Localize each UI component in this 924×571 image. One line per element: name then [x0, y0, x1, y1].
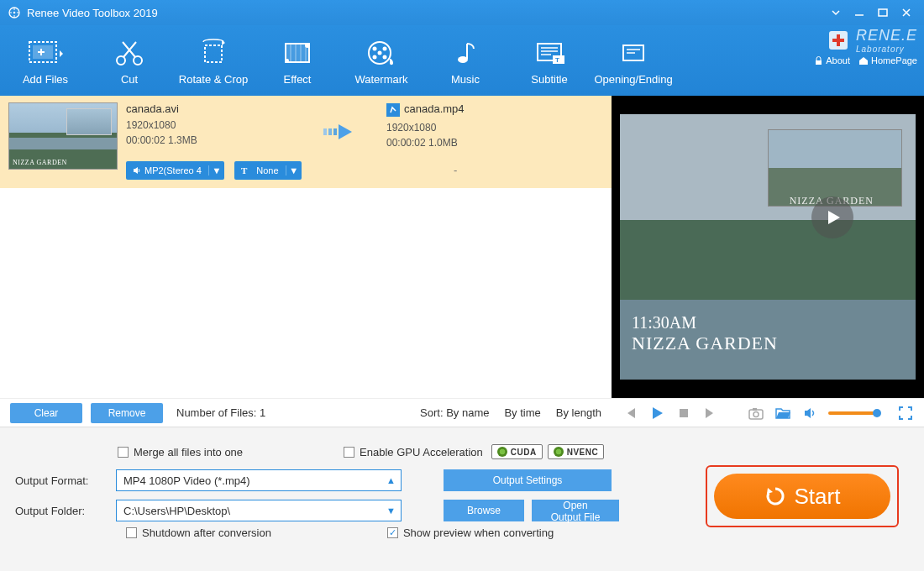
nvidia-icon [497, 447, 507, 457]
show-preview-checkbox[interactable]: Show preview when converting [387, 526, 554, 539]
sort-by-time[interactable]: By time [504, 406, 540, 419]
text-icon: T [241, 165, 247, 175]
svg-text:T: T [555, 56, 559, 64]
file-row[interactable]: NIZZA GARDEN canada.avi 1920x1080 00:00:… [0, 96, 612, 188]
browse-button[interactable]: Browse [444, 500, 524, 521]
volume-button[interactable] [801, 405, 818, 422]
preview-play-button[interactable] [811, 196, 853, 238]
opening-ending-button[interactable]: Opening/Ending [591, 27, 675, 94]
about-link[interactable]: About [814, 55, 850, 65]
rotate-crop-icon [197, 36, 230, 70]
brand-area: RENE.E Laboratory About HomePage [814, 27, 917, 65]
audio-track-dropdown[interactable]: MP2(Stereo 4 ▼ [126, 161, 224, 180]
toolbar-label: Add Files [23, 73, 68, 86]
rotate-crop-button[interactable]: Rotate & Crop [171, 27, 255, 94]
svg-rect-26 [328, 128, 332, 135]
watermark-button[interactable]: Watermark [339, 27, 423, 94]
scissors-icon [113, 36, 146, 70]
music-icon [449, 36, 482, 70]
source-info: canada.avi 1920x1080 00:00:02 1.3MB [126, 102, 302, 148]
refresh-icon [764, 485, 786, 507]
app-logo-icon [7, 5, 22, 20]
window-title: Renee Video Toolbox 2019 [27, 7, 823, 19]
svg-rect-29 [749, 410, 763, 419]
chevron-up-icon: ▲ [386, 475, 396, 485]
svg-rect-2 [879, 9, 887, 16]
svg-point-11 [286, 59, 289, 62]
close-button[interactable] [895, 4, 917, 21]
brand-name: RENE.E [856, 27, 917, 45]
output-filename: canada.mp4 [404, 102, 465, 115]
chevron-down-icon: ▼ [286, 165, 302, 175]
toolbar-label: Opening/Ending [594, 73, 672, 86]
collapse-button[interactable] [825, 4, 847, 21]
open-output-file-button[interactable]: Open Output File [532, 500, 619, 521]
sort-by-length[interactable]: By length [556, 406, 601, 419]
svg-point-6 [134, 56, 142, 65]
music-button[interactable]: Music [423, 27, 507, 94]
main-toolbar: Add Files Cut Rotate & Crop Effect Water… [0, 25, 924, 96]
output-folder-dropdown[interactable]: C:\Users\HP\Desktop\ ▼ [116, 500, 402, 521]
maximize-button[interactable] [872, 4, 894, 21]
stop-button[interactable] [675, 405, 692, 422]
effect-button[interactable]: Effect [255, 27, 339, 94]
toolbar-label: Effect [283, 73, 311, 86]
output-format-dropdown[interactable]: MP4 1080P Video (*.mp4) ▲ [116, 469, 402, 491]
watermark-icon [365, 36, 398, 70]
svg-rect-24 [816, 60, 822, 65]
svg-rect-25 [323, 128, 327, 135]
lock-icon [814, 56, 823, 65]
bottom-panel: Merge all files into one Enable GPU Acce… [0, 427, 924, 571]
svg-point-16 [383, 55, 387, 59]
prev-button[interactable] [622, 405, 638, 422]
source-filename: canada.avi [126, 102, 302, 115]
svg-point-14 [383, 46, 387, 50]
source-resolution: 1920x1080 [126, 118, 302, 133]
toolbar-label: Subtitle [531, 73, 567, 86]
svg-point-18 [458, 56, 468, 63]
toolbar-label: Cut [121, 73, 138, 86]
svg-point-10 [305, 43, 310, 48]
file-list: NIZZA GARDEN canada.avi 1920x1080 00:00:… [0, 96, 612, 398]
minimize-button[interactable] [848, 4, 870, 21]
source-thumbnail: NIZZA GARDEN [8, 102, 118, 170]
homepage-link[interactable]: HomePage [858, 55, 917, 65]
output-format-label: Output Format: [15, 474, 108, 487]
remove-button[interactable]: Remove [91, 403, 163, 423]
speaker-icon [133, 166, 141, 175]
start-button[interactable]: Start [714, 474, 890, 519]
start-highlight: Start [706, 465, 899, 527]
brand-sub: Laboratory [856, 45, 917, 54]
gpu-checkbox[interactable]: Enable GPU Acceleration [344, 446, 483, 458]
cut-button[interactable]: Cut [87, 27, 171, 94]
open-folder-button[interactable] [774, 405, 791, 422]
preview-panel: NIZZA GARDEN 11:30AM NIZZA GARDEN [612, 96, 924, 398]
chevron-down-icon: ▼ [386, 506, 396, 516]
snapshot-button[interactable] [748, 405, 764, 422]
brand-shield-icon [826, 28, 851, 53]
svg-point-1 [13, 12, 16, 14]
overlay-time: 11:30AM [632, 313, 696, 333]
output-resolution: 1920x1080 [386, 120, 603, 135]
toolbar-label: Music [451, 73, 480, 86]
home-icon [858, 56, 869, 65]
output-info: canada.mp4 1920x1080 00:00:02 1.0MB [386, 102, 603, 150]
subtitle-icon: T [533, 36, 566, 70]
progress-placeholder: - [454, 164, 457, 176]
svg-point-30 [753, 411, 759, 416]
list-footer: Clear Remove Number of Files: 1 Sort: By… [0, 398, 612, 427]
play-button[interactable] [648, 405, 665, 422]
subtitle-track-dropdown[interactable]: T None ▼ [234, 161, 302, 180]
fullscreen-button[interactable] [897, 405, 914, 422]
file-count: Number of Files: 1 [176, 406, 265, 419]
subtitle-button[interactable]: T Subtitle [507, 27, 591, 94]
shutdown-checkbox[interactable]: Shutdown after conversion [126, 526, 271, 539]
add-files-button[interactable]: Add Files [3, 27, 87, 94]
svg-point-15 [373, 55, 377, 59]
output-settings-button[interactable]: Output Settings [444, 469, 612, 491]
merge-checkbox[interactable]: Merge all files into one [118, 446, 243, 458]
next-button[interactable] [702, 405, 719, 422]
svg-point-13 [373, 46, 377, 50]
clear-button[interactable]: Clear [10, 403, 82, 423]
volume-slider[interactable] [828, 411, 880, 415]
